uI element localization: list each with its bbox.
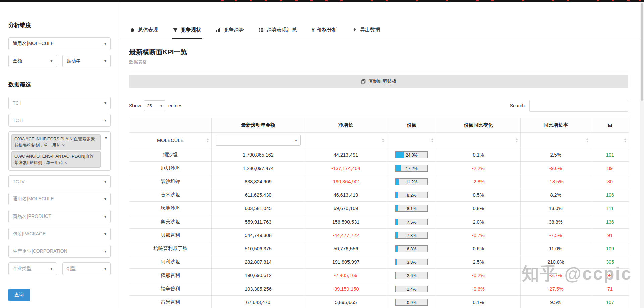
yoy-cell: 9.5% <box>521 296 591 308</box>
metric-select[interactable]: 金额 ▾ <box>8 55 57 67</box>
tc3-multiselect[interactable]: ▾ C09A ACE INHIBITORS PLAIN|血管紧张素转换酶抑制剂，… <box>8 131 111 171</box>
period-select[interactable]: 滚动年 ▾ <box>62 55 111 67</box>
molecule-filter-select[interactable]: 通用名|MOLECULE ▾ <box>8 193 111 205</box>
share-bar: 8.2% <box>395 192 428 198</box>
share-change-cell: 0.1% <box>436 296 521 308</box>
ei-cell: 101 <box>591 148 629 162</box>
yoy-cell: 11.0% <box>521 242 591 255</box>
share-change-cell: 2.0% <box>436 215 521 229</box>
subheader-yoy[interactable] <box>521 133 591 148</box>
molecule-name-cell: 奥美沙坦 <box>129 215 212 229</box>
table-row: 培哚普利叔丁胺510,506,37550,776,5566.8%0.6%11.0… <box>129 242 629 255</box>
tab-trend-summary[interactable]: 趋势表现汇总 <box>258 27 298 39</box>
company-type-select[interactable]: 企业类型 ▾ <box>8 262 57 275</box>
tc2-select[interactable]: TC II ▾ <box>8 114 111 127</box>
molecule-name-cell: 缬沙坦 <box>129 148 212 162</box>
header-empty <box>129 118 212 133</box>
subheader-share-change[interactable] <box>436 133 521 148</box>
molecule-name-cell: 贝那普利 <box>129 229 212 242</box>
tc4-select[interactable]: TC IV ▾ <box>8 175 111 188</box>
share-cell: 2.6% <box>387 269 436 282</box>
share-change-cell: 0.6% <box>436 242 521 255</box>
net-growth-cell: 156,590,531 <box>305 215 387 229</box>
sort-icon[interactable] <box>382 138 384 142</box>
header-ei[interactable]: EI <box>591 118 629 133</box>
dimension-select[interactable]: 通用名|MOLECULE ▾ <box>8 37 111 50</box>
chevron-down-icon: ▾ <box>104 214 106 219</box>
header-amount[interactable]: 最新滚动年金额 <box>212 118 305 133</box>
main-content: 总体表现 竞争现状 竞争趋势 趋势表现汇总 ¥ 价格分析 导出数据 最新横断面K… <box>120 2 644 308</box>
subheader-share[interactable] <box>387 133 436 148</box>
ei-cell: 80 <box>591 175 629 188</box>
net-growth-cell: 46,613,419 <box>305 188 387 202</box>
corporation-filter-value: 生产企业|CORPORATION <box>13 248 67 254</box>
share-bar: 3.8% <box>395 259 428 265</box>
ei-cell: 71 <box>591 282 629 296</box>
data-filter-heading: 数据筛选 <box>8 81 111 88</box>
tab-price-analysis[interactable]: ¥ 价格分析 <box>311 27 338 39</box>
page-size-select[interactable]: 25 ▾ <box>144 100 165 111</box>
header-row: 最新滚动年金额 净增长 份额 份额同比变化 同比增长率 EI <box>129 118 629 133</box>
net-growth-cell: -39,150,150 <box>305 282 387 296</box>
net-growth-cell: 50,776,556 <box>305 242 387 255</box>
product-filter-value: 商品名|PRODUCT <box>13 213 51 220</box>
share-bar: 2.6% <box>395 272 428 279</box>
search-input[interactable] <box>529 100 628 112</box>
header-share-change[interactable]: 份额同比变化 <box>436 118 521 133</box>
sort-icon[interactable] <box>515 138 518 142</box>
sort-icon[interactable] <box>206 138 209 142</box>
header-yoy-growth[interactable]: 同比增长率 <box>521 118 591 133</box>
subheader-molecule[interactable]: MOLECULE <box>129 133 212 148</box>
amount-filter-select[interactable]: ▾ <box>216 135 301 146</box>
package-filter-select[interactable]: 包装|PACKAGE ▾ <box>8 228 111 240</box>
dimension-select-value: 通用名|MOLECULE <box>13 41 54 47</box>
share-cell: 0.9% <box>387 296 436 308</box>
scrollbar[interactable] <box>640 2 644 308</box>
grid-icon <box>259 27 264 33</box>
chevron-down-icon: ▾ <box>105 136 107 140</box>
subheader-net-growth[interactable] <box>305 133 387 148</box>
dosage-form-select[interactable]: 剂型 ▾ <box>62 262 111 275</box>
net-growth-cell: 5,895,665 <box>305 296 387 308</box>
company-dosage-row: 企业类型 ▾ 剂型 ▾ <box>8 262 111 280</box>
download-icon <box>352 27 357 33</box>
tab-export-data[interactable]: 导出数据 <box>351 27 381 39</box>
net-growth-cell: -7,405,169 <box>305 269 387 282</box>
share-bar: 7.3% <box>395 232 428 239</box>
tab-competitive-trend[interactable]: 竞争趋势 <box>215 27 245 39</box>
tab-competitive-status[interactable]: 竞争现状 <box>172 27 202 39</box>
corporation-filter-select[interactable]: 生产企业|CORPORATION ▾ <box>8 245 111 258</box>
sort-icon[interactable] <box>586 138 589 142</box>
sort-icon[interactable] <box>431 138 434 142</box>
share-change-cell: 0.8% <box>436 202 521 215</box>
kpi-table: 最新滚动年金额 净增长 份额 份额同比变化 同比增长率 EI MOLECULE … <box>129 118 629 308</box>
tab-overall-performance[interactable]: 总体表现 <box>129 27 159 39</box>
molecule-name-cell: 福辛普利 <box>129 282 212 296</box>
filter-tag: C09C ANGIOTENS-II ANTAG, PLAIN|血管紧张素II拮抗… <box>11 151 101 168</box>
filter-tag: C09A ACE INHIBITORS PLAIN|血管紧张素转换酶抑制剂，单一… <box>11 134 101 150</box>
ei-cell: 89 <box>591 162 629 175</box>
subheader-amount-filter: ▾ <box>212 133 305 148</box>
remove-tag-icon[interactable]: × <box>62 143 65 148</box>
copy-to-clipboard-button[interactable]: 复制到剪贴板 <box>129 75 628 88</box>
amount-cell: 544,749,308 <box>212 229 305 242</box>
subheader-ei[interactable] <box>591 133 629 148</box>
tab-label: 竞争现状 <box>181 27 201 33</box>
remove-tag-icon[interactable]: × <box>64 160 67 165</box>
share-bar: 1.4% <box>395 286 428 292</box>
copy-icon <box>361 79 366 84</box>
header-net-growth[interactable]: 净增长 <box>305 118 387 133</box>
query-button[interactable]: 查询 <box>8 289 30 301</box>
amount-cell: 838,824,909 <box>212 175 305 188</box>
page-title: 最新横断面KPI一览 <box>129 48 628 57</box>
amount-cell: 103,385,256 <box>212 282 305 296</box>
molecule-name-cell: 阿利沙坦 <box>129 255 212 269</box>
chevron-down-icon: ▾ <box>50 266 52 271</box>
header-share[interactable]: 份额 <box>387 118 436 133</box>
tc1-select[interactable]: TC I ▾ <box>8 97 111 109</box>
scrollbar-thumb[interactable] <box>641 3 643 101</box>
sort-icon[interactable] <box>624 138 627 142</box>
search-label: Search: <box>510 103 526 108</box>
product-filter-select[interactable]: 商品名|PRODUCT ▾ <box>8 210 111 223</box>
chevron-down-icon: ▾ <box>160 103 162 108</box>
